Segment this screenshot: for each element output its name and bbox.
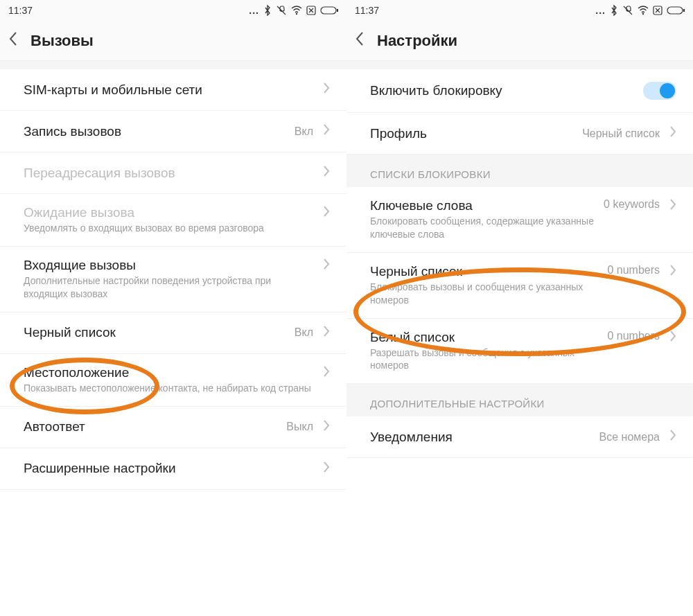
item-value: Черный список xyxy=(582,127,660,140)
svg-rect-7 xyxy=(683,9,685,12)
section-header-blocklists: СПИСКИ БЛОКИРОВКИ xyxy=(346,155,693,187)
close-box-icon xyxy=(306,6,316,15)
mute-icon xyxy=(276,5,287,16)
phone-right: 11:37 ... Настройки Включить блокировку … xyxy=(346,0,693,616)
item-incoming-calls[interactable]: Входящие вызовы Дополнительные настройки… xyxy=(0,247,346,313)
chevron-right-icon xyxy=(323,82,330,98)
chevron-right-icon xyxy=(323,165,330,181)
item-value: Выкл xyxy=(286,421,313,433)
item-title: Автоответ xyxy=(24,419,286,434)
item-subtitle: Показывать местоположение контакта, не н… xyxy=(24,382,323,395)
item-advanced-settings[interactable]: Расширенные настройки xyxy=(0,448,346,490)
chevron-right-icon xyxy=(323,461,330,477)
page-title: Вызовы xyxy=(30,32,94,50)
item-title: Белый список xyxy=(370,330,607,345)
item-enable-blocking[interactable]: Включить блокировку xyxy=(346,69,693,113)
item-location[interactable]: Местоположение Показывать местоположение… xyxy=(0,354,346,407)
chevron-right-icon xyxy=(323,205,330,221)
chevron-right-icon xyxy=(323,258,330,274)
chevron-right-icon xyxy=(323,419,330,435)
item-title: Переадресация вызовов xyxy=(24,166,323,181)
header: Настройки xyxy=(346,21,693,61)
item-title: Черный список xyxy=(24,325,295,340)
item-value: Все номера xyxy=(599,431,660,443)
status-bar: 11:37 ... xyxy=(346,0,693,21)
battery-icon xyxy=(320,6,338,15)
signal-dots-icon: ... xyxy=(595,5,606,16)
item-title: Запись вызовов xyxy=(24,124,295,139)
item-profile[interactable]: Профиль Черный список xyxy=(346,113,693,155)
settings-list: Включить блокировку Профиль Черный списо… xyxy=(346,69,693,458)
item-value: Вкл xyxy=(295,125,313,138)
item-call-forwarding[interactable]: Переадресация вызовов xyxy=(0,152,346,194)
item-value: 0 numbers xyxy=(607,264,660,276)
battery-icon xyxy=(667,6,685,15)
chevron-right-icon xyxy=(669,429,676,445)
item-title: Профиль xyxy=(370,126,582,141)
back-button[interactable] xyxy=(8,31,18,51)
chevron-right-icon xyxy=(669,330,676,346)
close-box-icon xyxy=(653,6,663,15)
chevron-right-icon xyxy=(323,123,330,139)
svg-point-4 xyxy=(642,13,644,15)
item-call-waiting[interactable]: Ожидание вызова Уведомлять о входящих вы… xyxy=(0,194,346,247)
status-bar: 11:37 ... xyxy=(0,0,346,21)
item-title: Входящие вызовы xyxy=(24,258,323,273)
item-title: Черный список xyxy=(370,264,607,279)
item-keywords[interactable]: Ключевые слова Блокировать сообщения, со… xyxy=(346,187,693,253)
item-subtitle: Дополнительные настройки поведения устро… xyxy=(24,274,323,301)
item-subtitle: Блокировать сообщения, содержащие указан… xyxy=(370,215,604,241)
back-button[interactable] xyxy=(355,31,365,51)
item-title: Расширенные настройки xyxy=(24,461,323,476)
item-title: Ключевые слова xyxy=(370,198,604,213)
item-subtitle: Разрешать вызовы и сообщения с указанных… xyxy=(370,346,607,373)
item-title: Ожидание вызова xyxy=(24,205,323,220)
chevron-right-icon xyxy=(669,264,676,280)
svg-rect-3 xyxy=(337,9,338,12)
phone-left: 11:37 ... Вызовы SIM-карты и мобильные с… xyxy=(0,0,346,616)
svg-rect-2 xyxy=(321,7,336,14)
signal-dots-icon: ... xyxy=(249,5,259,16)
item-title: Местоположение xyxy=(24,365,323,380)
item-value: 0 keywords xyxy=(604,198,660,211)
item-sim-cards[interactable]: SIM-карты и мобильные сети xyxy=(0,69,346,111)
svg-rect-6 xyxy=(667,7,683,14)
item-whitelist[interactable]: Белый список Разрешать вызовы и сообщени… xyxy=(346,319,693,385)
item-blacklist[interactable]: Черный список Блокировать вызовы и сообщ… xyxy=(346,253,693,319)
chevron-right-icon xyxy=(323,365,330,381)
spacer xyxy=(0,61,346,69)
wifi-icon xyxy=(291,6,302,15)
item-title: SIM-карты и мобильные сети xyxy=(24,82,323,98)
item-title: Уведомления xyxy=(370,430,599,445)
item-subtitle: Уведомлять о входящих вызовах во время р… xyxy=(24,222,323,235)
svg-point-0 xyxy=(296,13,297,15)
bluetooth-icon xyxy=(610,5,618,16)
chevron-right-icon xyxy=(669,125,676,141)
chevron-right-icon xyxy=(323,325,330,341)
settings-list: SIM-карты и мобильные сети Запись вызово… xyxy=(0,69,346,490)
status-time: 11:37 xyxy=(355,5,379,16)
status-icons: ... xyxy=(595,5,685,16)
section-header-additional: ДОПОЛНИТЕЛЬНЫЕ НАСТРОЙКИ xyxy=(346,384,693,416)
item-autoreply[interactable]: Автоответ Выкл xyxy=(0,407,346,448)
item-value: 0 numbers xyxy=(607,330,660,342)
item-notifications[interactable]: Уведомления Все номера xyxy=(346,416,693,458)
header: Вызовы xyxy=(0,21,346,61)
item-subtitle: Блокировать вызовы и сообщения с указанн… xyxy=(370,281,607,307)
status-icons: ... xyxy=(249,5,338,16)
item-blacklist[interactable]: Черный список Вкл xyxy=(0,313,346,354)
bluetooth-icon xyxy=(263,5,272,16)
wifi-icon xyxy=(638,6,649,15)
toggle-switch[interactable] xyxy=(643,82,676,100)
spacer xyxy=(346,61,693,69)
status-time: 11:37 xyxy=(8,5,33,16)
chevron-right-icon xyxy=(669,198,676,214)
item-title: Включить блокировку xyxy=(370,83,643,98)
page-title: Настройки xyxy=(377,32,457,50)
mute-icon xyxy=(622,5,633,16)
item-value: Вкл xyxy=(295,326,313,339)
item-call-recording[interactable]: Запись вызовов Вкл xyxy=(0,111,346,152)
